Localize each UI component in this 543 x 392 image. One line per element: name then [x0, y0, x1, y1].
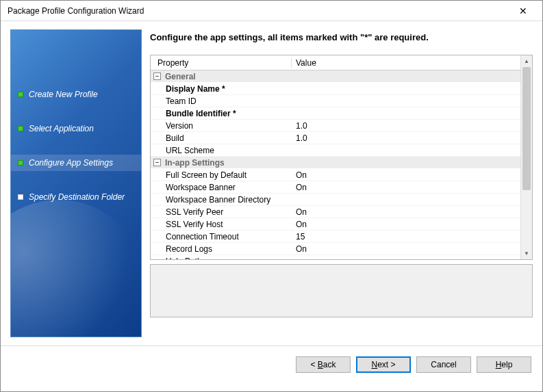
- vertical-scrollbar[interactable]: ▲ ▼: [520, 55, 532, 259]
- property-grid: Property Value −GeneralDisplay Name *Tea…: [150, 55, 533, 260]
- group-name: General: [165, 72, 196, 81]
- step-configure-app-settings[interactable]: Configure App Settings: [11, 155, 141, 171]
- collapse-icon[interactable]: −: [153, 73, 161, 80]
- property-row[interactable]: Full Screen by DefaultOn: [151, 169, 520, 181]
- step-specify-destination-folder[interactable]: Specify Destination Folder: [11, 189, 141, 205]
- property-label: Workspace Banner Directory: [151, 195, 292, 205]
- back-button[interactable]: < Back: [296, 356, 351, 373]
- property-value[interactable]: On: [292, 183, 520, 192]
- grid-header: Property Value: [151, 55, 520, 70]
- scroll-up-icon[interactable]: ▲: [521, 55, 532, 67]
- step-create-new-profile[interactable]: Create New Profile: [11, 86, 141, 103]
- check-icon: [18, 92, 23, 97]
- property-label: Display Name *: [151, 84, 292, 94]
- scroll-down-icon[interactable]: ▼: [521, 248, 532, 259]
- property-row[interactable]: Version1.0: [151, 120, 520, 132]
- group-header[interactable]: −General: [151, 70, 520, 83]
- cancel-button[interactable]: Cancel: [416, 356, 471, 373]
- content: Create New Profile Select Application Co…: [1, 21, 542, 345]
- bullet-icon: [18, 194, 23, 200]
- column-property[interactable]: Property: [151, 58, 292, 68]
- property-label: Connection Timeout: [151, 232, 292, 241]
- property-label: Bundle Identifier *: [151, 109, 292, 118]
- property-row[interactable]: URL Scheme: [151, 144, 520, 157]
- property-value[interactable]: On: [292, 170, 520, 180]
- step-label: Configure App Settings: [29, 158, 113, 168]
- property-label: Build: [151, 133, 292, 143]
- step-label: Select Application: [29, 124, 94, 133]
- step-select-application[interactable]: Select Application: [11, 120, 141, 137]
- column-value[interactable]: Value: [292, 58, 520, 68]
- window-title: Package Profile Configuration Wizard: [8, 6, 509, 16]
- property-row[interactable]: Display Name *: [151, 83, 520, 95]
- wizard-sidebar: Create New Profile Select Application Co…: [10, 29, 142, 337]
- property-row[interactable]: Bundle Identifier *: [151, 107, 520, 120]
- property-value[interactable]: On: [292, 207, 520, 217]
- description-panel: [150, 264, 533, 317]
- property-row[interactable]: Team ID: [151, 95, 520, 107]
- property-row[interactable]: SSL Verify PeerOn: [151, 206, 520, 218]
- main-panel: Configure the app settings, all items ma…: [150, 29, 533, 337]
- property-label: SSL Verify Host: [151, 220, 292, 229]
- property-row[interactable]: Build1.0: [151, 132, 520, 144]
- property-value[interactable]: 15: [292, 232, 520, 241]
- wizard-steps: Create New Profile Select Application Co…: [11, 30, 141, 205]
- property-value[interactable]: 1.0: [292, 121, 520, 131]
- step-label: Create New Profile: [29, 90, 98, 99]
- instruction-text: Configure the app settings, all items ma…: [150, 29, 533, 55]
- property-value[interactable]: On: [292, 244, 520, 254]
- property-label: Record Logs: [151, 244, 292, 254]
- check-icon: [18, 126, 23, 131]
- check-icon: [18, 160, 23, 166]
- property-row[interactable]: Record LogsOn: [151, 243, 520, 255]
- property-row[interactable]: SSL Verify HostOn: [151, 218, 520, 231]
- scroll-thumb[interactable]: [522, 67, 531, 190]
- next-button[interactable]: Next >: [356, 356, 411, 373]
- property-value[interactable]: On: [292, 220, 520, 229]
- property-row[interactable]: Help Path: [151, 255, 520, 259]
- property-label: Team ID: [151, 96, 292, 106]
- property-label: Workspace Banner: [151, 183, 292, 192]
- property-label: URL Scheme: [151, 146, 292, 155]
- close-button[interactable]: ✕: [509, 1, 537, 21]
- property-value[interactable]: 1.0: [292, 133, 520, 143]
- titlebar: Package Profile Configuration Wizard ✕: [1, 1, 542, 21]
- property-label: Full Screen by Default: [151, 170, 292, 180]
- property-label: SSL Verify Peer: [151, 207, 292, 217]
- property-row[interactable]: Workspace Banner Directory: [151, 194, 520, 206]
- group-name: In-app Settings: [165, 158, 225, 168]
- property-label: Version: [151, 121, 292, 131]
- property-row[interactable]: Connection Timeout15: [151, 231, 520, 243]
- help-button[interactable]: Help: [477, 356, 531, 373]
- step-label: Specify Destination Folder: [29, 192, 125, 202]
- footer: < Back Next > Cancel Help: [1, 345, 542, 382]
- collapse-icon[interactable]: −: [153, 159, 161, 166]
- property-label: Help Path: [151, 257, 292, 260]
- property-row[interactable]: Workspace BannerOn: [151, 181, 520, 194]
- group-header[interactable]: −In-app Settings: [151, 157, 520, 169]
